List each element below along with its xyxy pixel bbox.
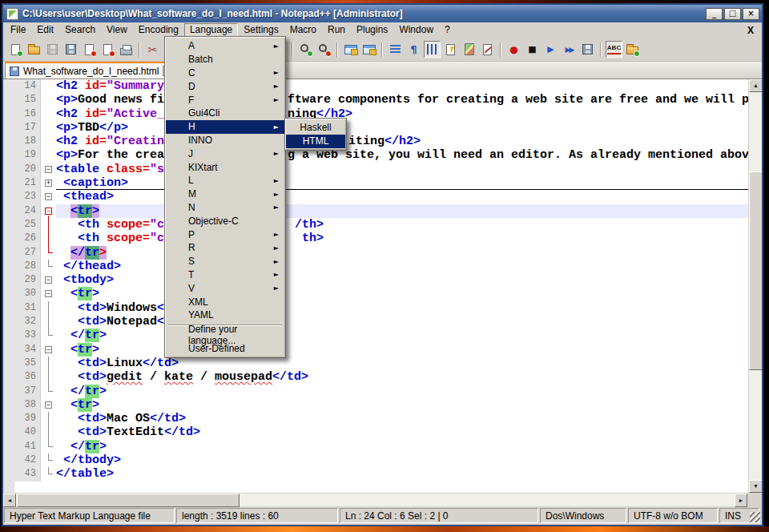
fold-margin[interactable] [40,425,56,439]
close-button[interactable]: × [743,8,759,20]
save-button[interactable] [44,41,61,58]
editor-line-42[interactable]: 42 </tbody> [14,453,762,467]
function-list-button[interactable] [442,41,459,58]
fold-collapse-icon[interactable]: − [45,193,52,200]
language-menu-item-inno[interactable]: INNO [166,134,284,147]
fold-margin[interactable] [40,218,56,232]
fold-margin[interactable] [40,121,56,135]
language-menu-item-p[interactable]: P► [166,228,284,241]
language-menu-item-xml[interactable]: XML [166,295,284,308]
language-menu-item-r[interactable]: R► [166,241,284,255]
menu-window[interactable]: Window [393,23,439,37]
submenu-item-html[interactable]: HTML [286,135,345,149]
menu-language[interactable]: Language [184,23,238,37]
editor-line-39[interactable]: 39 <td>Mac OS</td> [14,412,762,425]
scroll-right-arrow[interactable]: ► [735,494,747,507]
macro-save-button[interactable] [579,41,596,58]
document-switcher-button[interactable] [479,41,496,58]
zoom-in-button[interactable] [297,41,314,58]
fold-margin[interactable] [40,467,56,481]
language-menu-item-objective-c[interactable]: Objective-C [166,214,284,228]
editor-line-20[interactable]: 20−<table class="st [14,163,762,176]
language-menu-item-kixtart[interactable]: KIXtart [166,160,284,174]
indent-guide-button[interactable] [424,41,441,58]
fold-margin[interactable] [40,453,56,467]
fold-margin[interactable] [40,385,56,398]
fold-margin[interactable] [40,315,56,328]
word-wrap-button[interactable] [387,41,404,58]
fold-collapse-icon[interactable]: − [45,290,52,297]
language-menu-item-t[interactable]: T► [166,268,284,282]
macro-run-multiple-button[interactable]: ▶▶ [561,41,578,58]
menu-macro[interactable]: Macro [284,23,322,37]
tab-What_software_do_I_need.html[interactable]: What_software_do_I_need.html× [5,62,178,79]
close-all-button[interactable] [99,41,116,58]
fold-margin[interactable] [40,260,56,273]
menu--[interactable]: ? [439,23,456,37]
language-menu-item-user-defined[interactable]: User-Defined [166,342,284,356]
menu-plugins[interactable]: Plugins [351,23,393,37]
editor-line-31[interactable]: 31 <td>Windows</ [14,301,762,315]
editor-line-33[interactable]: 33 </tr> [14,328,762,342]
quick-open-button[interactable] [624,41,641,58]
macro-play-button[interactable]: ▶ [542,41,559,58]
fold-margin[interactable]: − [40,190,56,204]
editor-line-29[interactable]: 29− <tbody> [14,273,762,287]
editor-line-28[interactable]: 28 </thead> [14,260,762,273]
fold-margin[interactable] [40,148,56,162]
fold-margin[interactable] [40,328,56,342]
horizontal-scroll-thumb[interactable] [17,494,240,507]
editor-line-19[interactable]: 19<p>For the creatg a web site, you will… [14,148,762,162]
fold-collapse-icon[interactable]: − [45,276,52,284]
editor-line-23[interactable]: 23− <thead> [14,190,762,204]
menu-file[interactable]: File [5,23,31,37]
fold-margin[interactable] [40,301,56,315]
language-menu-item-m[interactable]: M► [166,187,284,201]
language-menu-item-define-your-language-[interactable]: Define your language... [166,328,284,342]
fold-margin[interactable] [40,135,56,148]
horizontal-scrollbar[interactable]: ◄ ► [3,493,762,506]
fold-margin[interactable] [40,357,56,370]
editor-line-24[interactable]: 24− <tr> [14,204,762,218]
editor-line-37[interactable]: 37 </tr> [14,385,762,398]
fold-collapse-icon[interactable]: − [45,208,52,215]
save-all-button[interactable] [62,41,79,58]
editor-line-17[interactable]: 17<p>TBD</p> [14,121,762,135]
editor-line-15[interactable]: 15<p>Good news firftware components for … [14,93,762,107]
editor-line-32[interactable]: 32 <td>Notepad</ [14,315,762,328]
editor-line-26[interactable]: 26 <th scope="coth> [14,232,762,245]
language-menu-item-v[interactable]: V► [166,281,284,295]
editor-line-38[interactable]: 38− <tr> [14,398,762,412]
language-menu-item-n[interactable]: N► [166,201,284,215]
bookmark-margin[interactable] [3,79,14,493]
submenu-item-haskell[interactable]: Haskell [286,120,345,135]
fold-margin[interactable]: − [40,398,56,412]
editor-area[interactable]: 14<h2 id="Summary"15<p>Good news firftwa… [3,79,762,493]
cut-button[interactable]: ✂ [144,41,161,58]
language-menu-item-a[interactable]: A► [166,39,284,53]
menu-run[interactable]: Run [322,23,351,37]
macro-stop-button[interactable]: ■ [524,41,541,58]
fold-margin[interactable]: − [40,204,56,218]
menu-search[interactable]: Search [59,23,101,37]
sync-horizontal-button[interactable] [360,41,377,58]
maximize-button[interactable]: □ [724,8,741,20]
fold-margin[interactable] [40,79,56,93]
fold-collapse-icon[interactable]: − [45,346,52,353]
fold-expand-icon[interactable]: + [45,179,52,187]
editor-line-34[interactable]: 34− <tr> [14,343,762,357]
fold-margin[interactable] [40,412,56,425]
fold-margin[interactable]: − [40,273,56,287]
language-menu-item-c[interactable]: C► [166,66,284,80]
fold-margin[interactable] [40,246,56,260]
menu-settings[interactable]: Settings [238,23,284,37]
scroll-up-arrow[interactable]: ▲ [749,79,762,92]
status-encoding[interactable]: UTF-8 w/o BOM [628,508,718,523]
language-menu-item-h[interactable]: H► [166,120,284,134]
language-menu-item-l[interactable]: L► [166,174,284,187]
editor-line-36[interactable]: 36 <td>gedit / kate / mousepad</td> [14,370,762,384]
editor-line-41[interactable]: 41 </tr> [14,440,762,453]
status-eol-format[interactable]: Dos\Windows [540,508,626,523]
menu-view[interactable]: View [101,23,133,37]
fold-margin[interactable]: − [40,287,56,300]
